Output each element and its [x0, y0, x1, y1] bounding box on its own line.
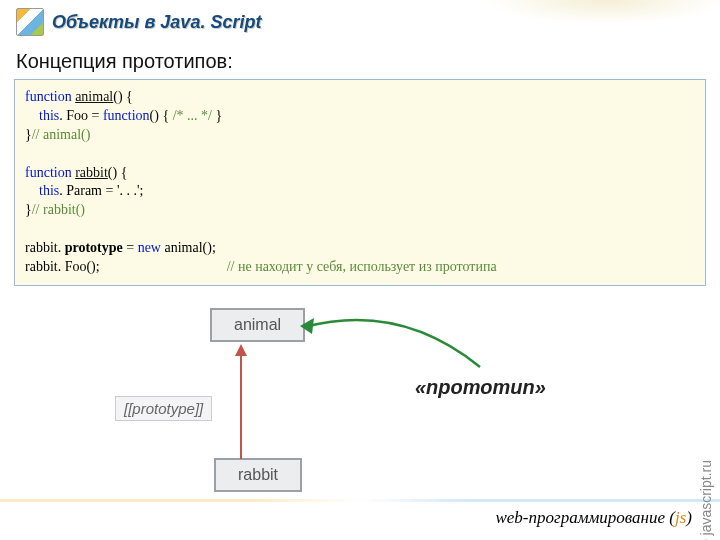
slide-title: Объекты в Java. Script — [52, 12, 261, 33]
prototype-label: «прототип» — [415, 376, 546, 399]
svg-marker-2 — [300, 318, 314, 334]
func-name: animal — [75, 89, 113, 104]
func-name: rabbit — [75, 165, 108, 180]
prototype-diagram: animal rabbit [[prototype]] «прототип» — [110, 308, 610, 528]
curve-arrow-icon — [300, 312, 500, 382]
slide-header: Объекты в Java. Script — [0, 0, 720, 40]
keyword: function — [25, 165, 75, 180]
keyword: this — [39, 108, 59, 123]
comment: // rabbit() — [32, 202, 85, 217]
footer-text: web-программирование (js) — [495, 508, 692, 528]
prototype-slot-label: [[prototype]] — [115, 396, 212, 421]
keyword: new — [138, 240, 165, 255]
keyword: function — [25, 89, 75, 104]
section-heading: Концепция прототипов: — [0, 40, 720, 79]
keyword: this — [39, 183, 59, 198]
arrow-up-icon — [240, 344, 242, 456]
comment: // не находит у себя, использует из прот… — [227, 259, 497, 274]
rabbit-box: rabbit — [214, 458, 302, 492]
animal-box: animal — [210, 308, 305, 342]
logo-icon — [16, 8, 44, 36]
comment: // animal() — [32, 127, 91, 142]
footer-divider — [0, 499, 720, 502]
svg-marker-1 — [235, 344, 247, 356]
comment: /* ... */ — [173, 108, 212, 123]
code-example: function animal() { this. Foo = function… — [14, 79, 706, 286]
keyword: function — [103, 108, 150, 123]
